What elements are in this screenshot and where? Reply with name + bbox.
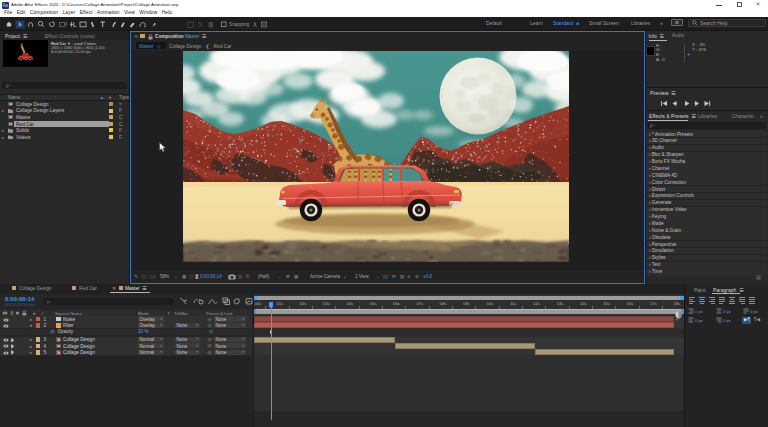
svg-text:Snapping: Snapping — [229, 22, 250, 27]
